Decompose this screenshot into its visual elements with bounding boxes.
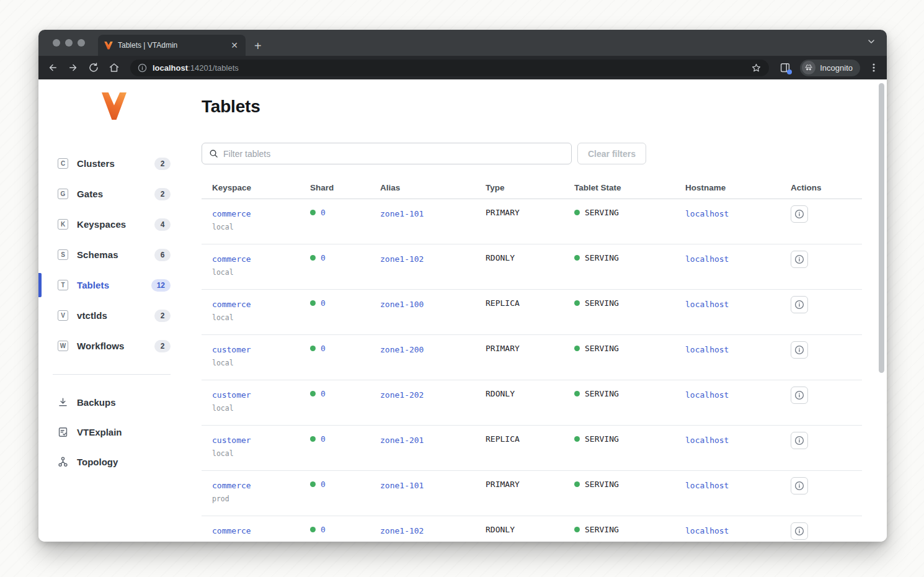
url-text[interactable]: localhost:14201/tablets [153,63,745,73]
sidebar-item-topology[interactable]: Topology [58,447,171,476]
bookmark-star-icon[interactable] [751,63,762,73]
schemas-letter-icon: S [58,249,68,260]
tablet-alias-link[interactable]: zone1-102 [380,254,424,264]
serving-status-dot-icon [574,300,580,306]
sidebar-item-keyspaces[interactable]: K Keyspaces 4 [58,209,171,239]
shard-link[interactable]: 0 [321,480,326,489]
tablet-info-button[interactable] [791,522,808,540]
serving-status-dot-icon [574,481,580,487]
cluster-name: local [212,359,310,367]
tablet-info-button[interactable] [791,387,808,404]
hostname-link[interactable]: localhost [685,300,729,309]
sidebar-item-tablets[interactable]: T Tablets 12 [58,270,171,300]
close-window-button[interactable] [53,39,60,47]
shard-link[interactable]: 0 [321,208,326,217]
chevron-down-icon[interactable] [867,37,876,46]
reload-icon[interactable] [88,62,99,73]
info-icon [794,300,804,310]
shard-link[interactable]: 0 [321,344,326,353]
main-area: Tablets Clear filters Keyspace Shard Ali… [186,79,887,542]
shard-link[interactable]: 0 [321,434,326,444]
shard-link[interactable]: 0 [321,253,326,262]
minimize-window-button[interactable] [65,39,73,47]
tablet-info-button[interactable] [791,341,808,359]
hostname-link[interactable]: localhost [685,526,729,535]
serving-status-dot-icon [574,346,580,351]
tablet-alias-link[interactable]: zone1-200 [380,345,424,354]
keyspace-link[interactable]: commerce [212,300,251,309]
sidebar-item-gates[interactable]: G Gates 2 [58,179,171,209]
sidebar-item-clusters[interactable]: C Clusters 2 [58,148,171,179]
new-tab-button[interactable]: + [254,40,262,52]
column-header-actions: Actions [791,183,862,192]
table-row: customer local 0 zone1-200 PRIMARY SERVI… [202,335,862,380]
sidebar-item-vtctlds[interactable]: V vtctlds 2 [58,300,171,331]
tablet-type: RDONLY [486,525,574,534]
tablet-alias-link[interactable]: zone1-101 [380,481,424,490]
browser-tab[interactable]: Tablets | VTAdmin ✕ [98,35,246,56]
keyspace-link[interactable]: customer [212,390,251,400]
tablet-state: SERVING [585,208,619,217]
hostname-link[interactable]: localhost [685,254,729,264]
tablets-table: Keyspace Shard Alias Type Tablet State H… [202,183,862,542]
tablet-state: SERVING [585,298,619,308]
clusters-letter-icon: C [58,158,68,169]
keyspace-link[interactable]: customer [212,345,251,354]
shard-link[interactable]: 0 [321,389,326,398]
hostname-link[interactable]: localhost [685,345,729,354]
count-badge: 2 [154,310,171,322]
keyspace-link[interactable]: commerce [212,526,251,535]
shard-status-dot-icon [310,255,316,261]
table-row: commerce prod 0 zone1-101 PRIMARY SERVIN… [202,471,862,516]
shard-link[interactable]: 0 [321,525,326,534]
tablet-alias-link[interactable]: zone1-101 [380,209,424,218]
filter-tablets-input[interactable] [223,149,564,159]
tab-close-icon[interactable]: ✕ [229,41,239,50]
vertical-scrollbar[interactable] [879,83,884,373]
keyspace-link[interactable]: commerce [212,209,251,218]
document-check-icon [57,426,69,438]
shard-link[interactable]: 0 [321,298,326,308]
column-header-keyspace: Keyspace [202,183,310,192]
sidebar-item-vtexplain[interactable]: VTExplain [58,417,171,447]
hostname-link[interactable]: localhost [685,390,729,400]
hostname-link[interactable]: localhost [685,209,729,218]
tablet-state: SERVING [585,480,619,489]
hostname-link[interactable]: localhost [685,436,729,445]
sidebar-item-backups[interactable]: Backups [58,387,171,417]
keyspace-link[interactable]: customer [212,436,251,445]
forward-icon[interactable] [68,62,79,73]
vitess-logo[interactable] [102,92,127,120]
tablet-info-button[interactable] [791,205,808,223]
tab-title: Tablets | VTAdmin [118,41,224,50]
side-panel-icon[interactable] [780,62,791,73]
column-header-type: Type [486,183,574,192]
tablet-alias-link[interactable]: zone1-102 [380,526,424,535]
tablet-info-button[interactable] [791,251,808,268]
tablet-info-button[interactable] [791,432,808,449]
download-icon [57,396,69,408]
home-icon[interactable] [109,62,120,73]
vitess-favicon-icon [104,42,113,50]
column-header-shard: Shard [310,183,380,192]
back-icon[interactable] [47,62,58,73]
gates-letter-icon: G [58,189,68,199]
tablet-info-button[interactable] [791,477,808,494]
maximize-window-button[interactable] [78,39,85,47]
url-bar[interactable]: localhost:14201/tablets [130,60,769,76]
keyspace-link[interactable]: commerce [212,481,251,490]
clear-filters-button[interactable]: Clear filters [577,143,646,164]
hostname-link[interactable]: localhost [685,481,729,490]
shard-status-dot-icon [310,300,316,306]
page-content: C Clusters 2 G Gates 2 K Keyspaces 4 S S… [38,79,887,542]
keyspace-link[interactable]: commerce [212,254,251,264]
tablet-alias-link[interactable]: zone1-202 [380,390,424,400]
sidebar-item-workflows[interactable]: W Workflows 2 [58,331,171,361]
tablet-alias-link[interactable]: zone1-201 [380,436,424,445]
sidebar-item-schemas[interactable]: S Schemas 6 [58,239,171,270]
tablet-alias-link[interactable]: zone1-100 [380,300,424,309]
url-host: localhost [153,63,188,73]
tablet-info-button[interactable] [791,296,808,313]
browser-menu-icon[interactable] [869,62,878,73]
site-info-icon[interactable] [138,63,147,73]
